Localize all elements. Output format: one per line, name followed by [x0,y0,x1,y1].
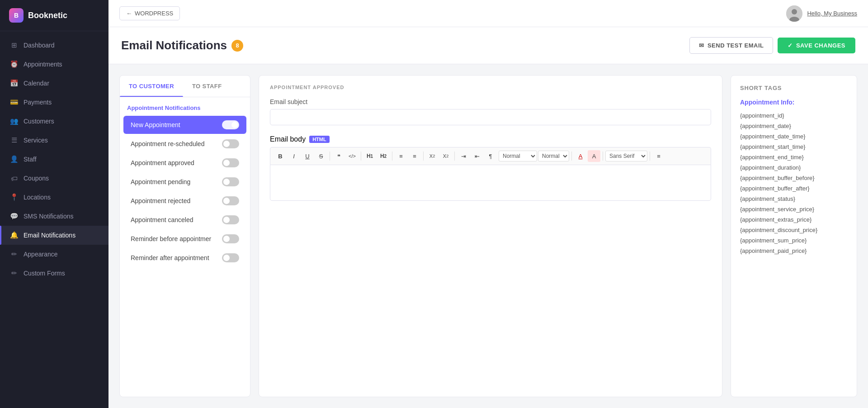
notification-label: Appointment re-scheduled [131,140,204,147]
save-changes-button[interactable]: ✓ SAVE CHANGES [778,38,855,53]
email-subject-label: Email subject [270,98,711,105]
notification-label: Reminder before appointmer [131,235,211,242]
notification-item-reminder-after[interactable]: Reminder after appointment [123,249,246,267]
toolbar-divider-5 [454,152,455,161]
staff-icon: 👤 [10,155,18,163]
bg-color-button[interactable]: A [588,150,600,162]
font-color-button[interactable]: A [574,150,587,162]
font-size-select[interactable]: Normal Small Large [538,151,569,161]
short-tag[interactable]: {appointment_duration} [740,162,848,173]
sidebar-item-appearance[interactable]: ✏ Appearance [0,245,108,264]
user-link[interactable]: Hello, My Business [807,10,857,17]
blockquote-button[interactable]: ❝ [332,150,345,162]
toggle-reminder-before[interactable] [222,234,239,243]
notification-item-rescheduled[interactable]: Appointment re-scheduled [123,135,246,153]
indent-right-button[interactable]: ⇥ [457,150,470,162]
bold-button[interactable]: B [274,150,287,162]
toggle-approved[interactable] [222,158,239,167]
toggle-reminder-after[interactable] [222,253,239,262]
notification-item-new-appointment[interactable]: New Appointment [123,116,246,134]
h1-button[interactable]: H1 [363,150,376,162]
font-family-select[interactable]: Sans Serif Serif Monospace [605,151,647,161]
toggle-pending[interactable] [222,177,239,186]
toolbar-divider-8 [650,152,650,161]
short-tag[interactable]: {appointment_buffer_before} [740,173,848,183]
short-tag[interactable]: {appointment_paid_price} [740,246,848,256]
toggle-rescheduled[interactable] [222,139,239,148]
toggle-rejected[interactable] [222,196,239,205]
unordered-list-button[interactable]: ≡ [408,150,421,162]
notification-item-rejected[interactable]: Appointment rejected [123,192,246,210]
short-tag[interactable]: {appointment_end_time} [740,152,848,162]
sidebar-logo: B Booknetic [0,0,108,31]
editor-body[interactable] [270,165,711,201]
toolbar-divider-7 [603,152,603,161]
notification-item-reminder-before[interactable]: Reminder before appointmer [123,230,246,248]
sidebar-item-locations[interactable]: 📍 Locations [0,188,108,207]
short-tag[interactable]: {appointment_status} [740,194,848,204]
topbar-left: ← WORDPRESS [119,6,180,20]
paragraph-select[interactable]: Normal Heading 1 Heading 2 [499,151,537,161]
short-tag[interactable]: {appointment_extras_price} [740,214,848,225]
rtl-button[interactable]: ¶ [484,150,497,162]
short-tags-section-title: Appointment Info: [740,99,848,106]
italic-button[interactable]: I [288,150,300,162]
short-tag[interactable]: {appointment_date_time} [740,131,848,142]
notification-badge: 8 [231,40,243,52]
toolbar-divider-6 [571,152,572,161]
sidebar-item-label: Services [24,137,48,144]
superscript-button[interactable]: X2 [439,150,452,162]
sidebar-item-dashboard[interactable]: ⊞ Dashboard [0,36,108,55]
ordered-list-button[interactable]: ≡ [395,150,407,162]
align-button[interactable]: ≡ [652,150,665,162]
notifications-section-title: Appointment Notifications [120,97,250,115]
sidebar-item-staff[interactable]: 👤 Staff [0,150,108,169]
sidebar-item-custom-forms[interactable]: ✏ Custom Forms [0,264,108,283]
header-actions: ✉ SEND TEST EMAIL ✓ SAVE CHANGES [689,37,855,54]
center-panel: APPOINTMENT APPROVED Email subject Email… [259,75,722,397]
short-tag[interactable]: {appointment_sum_price} [740,235,848,246]
toggle-canceled[interactable] [222,215,239,224]
tab-to-staff[interactable]: TO STAFF [183,76,231,97]
notification-label: New Appointment [131,121,180,128]
sidebar-item-coupons[interactable]: 🏷 Coupons [0,169,108,188]
sidebar-item-appointments[interactable]: ⏰ Appointments [0,55,108,74]
tab-to-customer[interactable]: TO CUSTOMER [120,76,183,97]
locations-icon: 📍 [10,193,18,201]
sidebar-item-sms-notifications[interactable]: 💬 SMS Notifications [0,207,108,226]
short-tag[interactable]: {appointment_service_price} [740,204,848,214]
editor-toolbar: B I U S ❝ </> H1 H2 ≡ ≡ X2 X2 [270,147,711,165]
short-tag[interactable]: {appointment_date} [740,121,848,131]
toolbar-divider-2 [361,152,361,161]
indent-left-button[interactable]: ⇤ [471,150,483,162]
short-tag[interactable]: {appointment_discount_price} [740,225,848,235]
notification-item-approved[interactable]: Appointment approved [123,154,246,172]
underline-button[interactable]: U [301,150,314,162]
short-tag[interactable]: {appointment_id} [740,110,848,121]
toggle-new-appointment[interactable] [222,120,239,129]
center-section-label: APPOINTMENT APPROVED [270,85,711,90]
sidebar-item-email-notifications[interactable]: 🔔 Email Notifications [0,226,108,245]
sidebar-item-label: Customers [24,118,54,125]
appearance-icon: ✏ [10,250,18,258]
subscript-button[interactable]: X2 [426,150,439,162]
send-test-email-button[interactable]: ✉ SEND TEST EMAIL [689,37,773,54]
sms-notifications-icon: 💬 [10,212,18,220]
sidebar-item-services[interactable]: ☰ Services [0,131,108,150]
sidebar-item-payments[interactable]: 💳 Payments [0,93,108,112]
code-button[interactable]: </> [346,150,359,162]
email-subject-input[interactable] [270,109,711,125]
sidebar-item-label: Calendar [24,80,49,87]
strikethrough-button[interactable]: S [315,150,327,162]
sidebar-item-customers[interactable]: 👥 Customers [0,112,108,131]
short-tag[interactable]: {appointment_start_time} [740,142,848,152]
short-tag[interactable]: {appointment_buffer_after} [740,183,848,194]
page-header: Email Notifications 8 ✉ SEND TEST EMAIL … [108,27,868,64]
h2-button[interactable]: H2 [377,150,390,162]
services-icon: ☰ [10,136,18,144]
notification-item-canceled[interactable]: Appointment canceled [123,211,246,229]
sidebar-item-label: Email Notifications [24,232,75,239]
sidebar-item-calendar[interactable]: 📅 Calendar [0,74,108,93]
wordpress-button[interactable]: ← WORDPRESS [119,6,180,20]
notification-item-pending[interactable]: Appointment pending [123,173,246,191]
